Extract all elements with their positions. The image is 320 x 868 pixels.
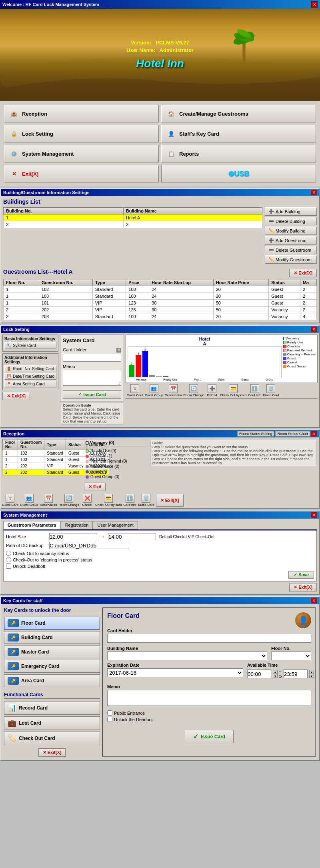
- tb-checkout-by-card[interactable]: 💳 Check Out by card: [95, 494, 122, 507]
- table-row[interactable]: 1103Standard 1002420 Guest2: [4, 293, 317, 300]
- modify-building-button[interactable]: ✏️ Modify Building: [265, 227, 317, 235]
- lock-setting-button[interactable]: 🔒 Lock Setting: [4, 125, 159, 142]
- usb-button[interactable]: ⊕USB: [161, 165, 316, 182]
- time-from-down[interactable]: ▼: [273, 674, 278, 678]
- building-name-select[interactable]: [107, 652, 267, 660]
- add-building-button[interactable]: ➕ Add Building: [265, 207, 317, 216]
- table-row[interactable]: 1102Standard 1002420 Guest2: [4, 286, 317, 293]
- keycards-exit-button[interactable]: ✕ Exit[X]: [38, 748, 66, 757]
- toolbar-room-change[interactable]: 🔄 Room Change: [183, 384, 204, 397]
- lock-exit-button[interactable]: ✕ Exit[X]: [2, 392, 30, 400]
- buildings-close-button[interactable]: ✕: [311, 190, 317, 195]
- memo-input[interactable]: [63, 370, 121, 386]
- modify-guestroom-button[interactable]: ✏️ Modify Guestroom: [265, 255, 317, 264]
- tab-registration[interactable]: Registration: [61, 521, 93, 529]
- area-setting-card-button[interactable]: 📍 Area Setting Card: [4, 381, 56, 387]
- floor-card-issue-button[interactable]: ✓ Issue Card: [185, 730, 234, 743]
- expiration-date-select[interactable]: 2017-06-16: [107, 668, 243, 677]
- staff-keycard-button[interactable]: 👤 Staff's Key Card: [161, 125, 316, 142]
- reception-bottom-exit[interactable]: ✕ Exit[X]: [156, 494, 184, 507]
- memo-section: Memo: [63, 364, 121, 387]
- card-holder-input[interactable]: [63, 354, 121, 362]
- sys-mgmt-close[interactable]: ✕: [311, 512, 317, 518]
- building-card-button[interactable]: 🔑 Building Card: [4, 631, 100, 644]
- system-management-button[interactable]: ⚙️ System Management: [4, 145, 159, 162]
- toolbar-guest-group[interactable]: 👥 Guest Group: [145, 384, 163, 397]
- issue-card-button[interactable]: ✓ Issue Card: [63, 390, 121, 399]
- emergency-card-button[interactable]: 🔑 Emergency Card: [4, 660, 100, 673]
- floor-card-button[interactable]: 🔑 Floor Card: [4, 617, 100, 629]
- status-maintenance: Maintenance (0): [84, 464, 148, 469]
- sys-content-panel: Hotel Size → Default Check-t VIP Check-O…: [3, 530, 317, 581]
- sys-save-button[interactable]: ✓ Save: [288, 571, 314, 579]
- tb-guest-card[interactable]: 🃏 Guest Card: [2, 494, 18, 507]
- table-row[interactable]: 2202VIP 1233050 Vacancy2: [4, 307, 317, 313]
- unlock-deadbolt-checkbox[interactable]: [6, 563, 11, 569]
- toolbar-extend[interactable]: ➕ Extend: [206, 384, 218, 397]
- title-close-button[interactable]: ✕: [311, 1, 318, 8]
- delete-building-button[interactable]: ➖ Delete Building: [265, 217, 317, 225]
- exit-button[interactable]: ✕ Exit[X]: [4, 165, 159, 182]
- tb-cancel[interactable]: ❌ Cancel: [81, 494, 94, 507]
- add-guestroom-button[interactable]: ➕ Add Guestroom: [265, 236, 317, 245]
- time-to-input[interactable]: [284, 670, 308, 678]
- delete-guestroom-button[interactable]: ➖ Delete Guestroom: [265, 246, 317, 254]
- table-row[interactable]: 1101VIP 1233050 Guest2: [4, 300, 317, 307]
- time-to-down[interactable]: ▼: [309, 674, 314, 678]
- public-entrance-checkbox[interactable]: [107, 710, 112, 716]
- chart-legend: Vacancy Ready Use Check-in Payment: [283, 337, 316, 381]
- sys-tabs: Guestroom Parameters Registration User M…: [3, 521, 317, 530]
- record-card-button[interactable]: 📊 Record Card: [4, 701, 100, 715]
- table-row[interactable]: 1 Hotel A: [4, 214, 262, 221]
- system-card-button[interactable]: 🔧 System Card: [4, 342, 56, 349]
- tb-room-change[interactable]: 🔄 Room Change: [58, 494, 79, 507]
- floor-no-select[interactable]: [271, 652, 311, 660]
- lost-card-button[interactable]: 💼 Lost Card: [4, 716, 100, 730]
- floor-card-holder-input[interactable]: [107, 634, 311, 643]
- reception-button[interactable]: 🏨 Reception: [4, 105, 159, 122]
- buildings-exit-button[interactable]: ✕ Exit[X]: [289, 269, 317, 277]
- vip-checkout-input[interactable]: [108, 533, 156, 540]
- table-row[interactable]: 3 3: [4, 221, 262, 228]
- table-row[interactable]: 2203Standard 1002420 Vacancy4: [4, 313, 317, 320]
- toolbar-checkout-card[interactable]: 💳 Check Out by card: [220, 384, 246, 397]
- memo-textarea[interactable]: [107, 690, 311, 706]
- toolbar-card-info[interactable]: ℹ️ Card Info: [248, 384, 261, 397]
- status-exit-button[interactable]: ✕ Exit: [84, 483, 106, 491]
- area-card-button[interactable]: 🔑 Area Card: [4, 674, 100, 687]
- toolbar-guest-card[interactable]: 🃏 Guest Card: [127, 384, 143, 397]
- sys-exit-button[interactable]: ✕ Exit[X]: [289, 583, 317, 591]
- version-text: Version: PCLMS-V9.27: [131, 40, 189, 46]
- tb-guest-group[interactable]: 👥 Guest Group: [20, 494, 38, 507]
- room-status-setting-btn[interactable]: Room Status Setting: [237, 431, 274, 437]
- master-card-button[interactable]: 🔑 Master Card: [4, 645, 100, 658]
- unlock-deadbolt-checkbox2[interactable]: [107, 717, 112, 722]
- toolbar-erase-card[interactable]: 🗑️ Erase Card: [263, 384, 279, 397]
- hotel-size-input[interactable]: [49, 533, 97, 540]
- tab-guestroom-params[interactable]: Guestroom Parameters: [3, 521, 61, 529]
- master-card-icon: 🔑: [8, 648, 19, 656]
- checkout-vacancy-radio[interactable]: [6, 551, 11, 556]
- room-status-chart-btn[interactable]: Room Status Chart: [275, 431, 310, 437]
- reception-close-button[interactable]: ✕: [311, 431, 317, 437]
- tb-erase-card[interactable]: 🗑️ Erase Card: [138, 494, 154, 507]
- checkout-card-button[interactable]: 🏷️ Check Out Card: [4, 732, 100, 745]
- datetime-setting-card-button[interactable]: ⏰ Date/Time Setting Card: [4, 373, 56, 380]
- tb-reservation[interactable]: 📅 Reservation: [40, 494, 57, 507]
- room-setting-card-button[interactable]: 🚪 Room No. Setting Card: [4, 365, 56, 372]
- floor-card-header: Floor Card 👤: [107, 612, 311, 628]
- reports-button[interactable]: 📋 Reports: [161, 145, 316, 162]
- guest-card-icon: 🃏: [130, 384, 139, 393]
- legend-item-6: Guest: [283, 357, 316, 360]
- time-from-input[interactable]: [247, 670, 271, 678]
- time-to-up[interactable]: ▲: [309, 670, 314, 674]
- time-from-up[interactable]: ▲: [273, 670, 278, 674]
- tab-user-management[interactable]: User Management: [93, 521, 138, 529]
- keycards-close[interactable]: ✕: [311, 598, 317, 603]
- checkout-cleaning-radio[interactable]: [6, 557, 11, 562]
- lock-close-button[interactable]: ✕: [311, 327, 317, 332]
- create-guestrooms-button[interactable]: 🏠 Create/Manage Guestrooms: [161, 105, 316, 122]
- dd-backup-input[interactable]: [49, 542, 129, 549]
- toolbar-reservation[interactable]: 📅 Reservation: [165, 384, 182, 397]
- tb-card-info2[interactable]: ℹ️ Card Info: [123, 494, 136, 507]
